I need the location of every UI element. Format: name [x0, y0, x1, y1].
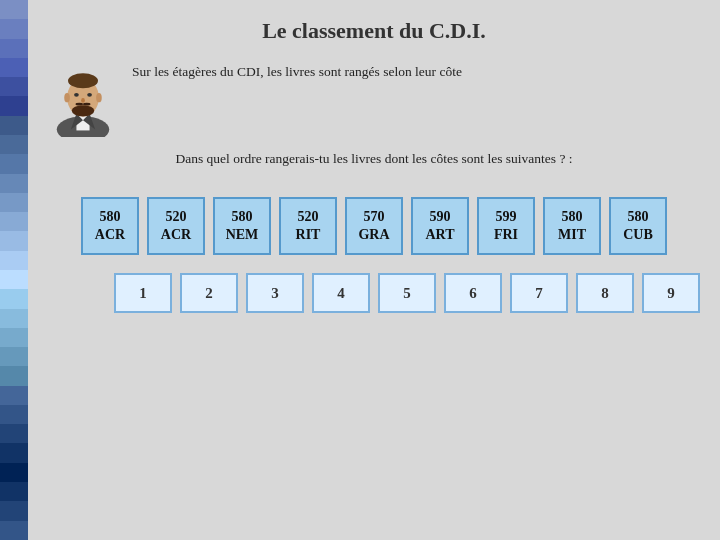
stripe-segment	[0, 212, 28, 231]
book-card: 570GRA	[345, 197, 403, 255]
number-card[interactable]: 2	[180, 273, 238, 313]
stripe-segment	[0, 424, 28, 443]
book-label: CUB	[623, 226, 653, 244]
svg-point-11	[81, 98, 85, 103]
svg-point-6	[68, 73, 98, 88]
number-card[interactable]: 5	[378, 273, 436, 313]
stripe-segment	[0, 174, 28, 193]
stripe-segment	[0, 270, 28, 289]
numbers-row[interactable]: 123456789	[48, 273, 700, 313]
book-card: 580CUB	[609, 197, 667, 255]
stripe-segment	[0, 309, 28, 328]
book-number: 599	[496, 208, 517, 226]
page-title: Le classement du C.D.I.	[48, 18, 700, 44]
stripe-segment	[0, 521, 28, 540]
stripe-segment	[0, 135, 28, 154]
stripe-segment	[0, 289, 28, 308]
portrait-image	[48, 62, 118, 137]
stripe-segment	[0, 347, 28, 366]
number-card[interactable]: 9	[642, 273, 700, 313]
book-label: ART	[425, 226, 454, 244]
stripe-segment	[0, 405, 28, 424]
stripe-segment	[0, 231, 28, 250]
book-label: GRA	[358, 226, 389, 244]
book-card: 580MIT	[543, 197, 601, 255]
left-stripe	[0, 0, 28, 540]
intro-text-1: Sur les étagères du CDI, les livres sont…	[132, 62, 462, 82]
number-card[interactable]: 6	[444, 273, 502, 313]
book-card: 580ACR	[81, 197, 139, 255]
books-row: 580ACR520ACR580NEM520RIT570GRA590ART599F…	[48, 197, 700, 255]
book-label: RIT	[296, 226, 321, 244]
svg-point-14	[72, 105, 95, 116]
stripe-segment	[0, 328, 28, 347]
book-number: 580	[628, 208, 649, 226]
intro-section: Sur les étagères du CDI, les livres sont…	[48, 62, 700, 137]
stripe-segment	[0, 482, 28, 501]
book-label: MIT	[558, 226, 586, 244]
stripe-segment	[0, 154, 28, 173]
svg-point-7	[64, 93, 70, 102]
book-number: 570	[364, 208, 385, 226]
book-number: 590	[430, 208, 451, 226]
number-card[interactable]: 3	[246, 273, 304, 313]
stripe-segment	[0, 96, 28, 115]
stripe-segment	[0, 193, 28, 212]
book-card: 580NEM	[213, 197, 271, 255]
main-content: Le classement du C.D.I.	[28, 0, 720, 540]
book-number: 580	[100, 208, 121, 226]
book-card: 599FRI	[477, 197, 535, 255]
book-label: ACR	[161, 226, 191, 244]
book-number: 580	[232, 208, 253, 226]
number-card[interactable]: 8	[576, 273, 634, 313]
stripe-segment	[0, 39, 28, 58]
book-number: 520	[298, 208, 319, 226]
stripe-segment	[0, 443, 28, 462]
stripe-segment	[0, 251, 28, 270]
book-label: NEM	[226, 226, 259, 244]
book-card: 520ACR	[147, 197, 205, 255]
book-number: 580	[562, 208, 583, 226]
book-label: FRI	[494, 226, 518, 244]
book-label: ACR	[95, 226, 125, 244]
stripe-segment	[0, 0, 28, 19]
stripe-segment	[0, 19, 28, 38]
stripe-segment	[0, 77, 28, 96]
intro-text-2: Dans quel ordre rangerais-tu les livres …	[48, 149, 700, 169]
stripe-segment	[0, 386, 28, 405]
svg-point-8	[96, 93, 102, 102]
stripe-segment	[0, 501, 28, 520]
book-card: 590ART	[411, 197, 469, 255]
number-card[interactable]: 4	[312, 273, 370, 313]
svg-point-9	[74, 93, 79, 97]
number-card[interactable]: 7	[510, 273, 568, 313]
stripe-segment	[0, 58, 28, 77]
book-number: 520	[166, 208, 187, 226]
stripe-segment	[0, 463, 28, 482]
svg-point-10	[87, 93, 92, 97]
stripe-segment	[0, 116, 28, 135]
stripe-segment	[0, 366, 28, 385]
number-card[interactable]: 1	[114, 273, 172, 313]
book-card: 520RIT	[279, 197, 337, 255]
